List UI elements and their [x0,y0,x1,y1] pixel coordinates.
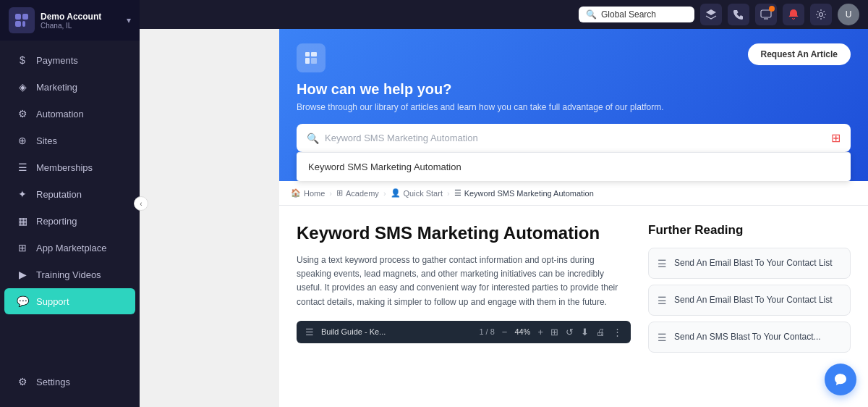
svg-rect-1 [22,14,28,20]
svg-rect-2 [15,21,21,27]
svg-point-5 [820,13,823,17]
doc-toolbar: ☰ Build Guide - Ke... 1 / 8 − 44% + ⊞ ↺ … [297,321,631,343]
doc-zoom-out-button[interactable]: − [502,327,508,337]
account-location: Chana, IL [41,22,127,30]
app-marketplace-icon: ⊞ [16,242,29,253]
search-dropdown[interactable]: Keyword SMS Marketing Automation [297,152,851,181]
sidebar-item-memberships[interactable]: ☰ Memberships [4,154,135,180]
sidebar-logo [9,7,35,33]
breadcrumb-quickstart-label: Quick Start [404,189,443,198]
doc-expand-icon[interactable]: ⊞ [550,327,558,337]
help-search-bar[interactable]: 🔍 Keyword SMS Marketing Automation ⊞ [297,124,851,152]
dollar-icon: $ [16,54,29,66]
global-search-bar[interactable]: 🔍 Global Search [579,7,694,22]
fr-doc-icon-1: ☰ [658,258,667,269]
sidebar-item-app-marketplace[interactable]: ⊞ App Marketplace [4,235,135,261]
sidebar-item-reputation[interactable]: ✦ Reputation [4,181,135,207]
filter-icon: ⊞ [831,131,841,145]
doc-zoom-in-button[interactable]: + [537,327,543,337]
article-area: Keyword SMS Marketing Automation Using a… [279,206,868,407]
fr-item-text-3: Send An SMS Blast To Your Contact... [674,331,821,343]
breadcrumb-sep-3: › [447,189,450,198]
bell-icon-btn[interactable] [783,4,804,25]
automation-icon: ⚙ [16,108,29,119]
svg-rect-4 [761,10,771,17]
breadcrumb-quickstart[interactable]: 👤 Quick Start [391,188,443,198]
svg-rect-7 [305,58,310,64]
help-logo-icon [297,43,326,72]
svg-rect-8 [311,52,317,56]
article-body: Using a text keyword process to gather c… [297,253,631,309]
breadcrumb-home[interactable]: 🏠 Home [291,188,325,198]
doc-page: 1 / 8 [479,327,494,336]
help-search-icon: 🔍 [307,133,319,144]
search-result-text: Keyword SMS Marketing Automation [308,161,461,172]
main-content: Request An Article How can we help you? … [279,29,868,407]
sidebar-item-label: Settings [36,377,70,387]
help-header: Request An Article [297,43,851,72]
further-reading: Further Reading ☰ Send An Email Blast To… [648,223,851,407]
sidebar-item-payments[interactable]: $ Payments [4,47,135,73]
search-icon: 🔍 [586,9,597,20]
phone-icon-btn[interactable] [728,4,749,25]
doc-download-icon[interactable]: ⬇ [581,327,589,337]
reporting-icon: ▦ [16,215,29,227]
avatar[interactable]: U [838,4,859,25]
doc-print-icon[interactable]: 🖨 [596,327,605,337]
article-main: Keyword SMS Marketing Automation Using a… [297,223,631,407]
sidebar-item-label: Payments [36,55,78,66]
request-article-button[interactable]: Request An Article [748,43,851,65]
home-icon: 🏠 [291,188,301,198]
sidebar-item-sites[interactable]: ⊕ Sites [4,127,135,154]
sidebar-item-training-videos[interactable]: ▶ Training Videos [4,261,135,288]
sidebar-item-label: App Marketplace [36,243,107,253]
chat-button[interactable] [825,364,856,395]
sidebar-item-marketing[interactable]: ◈ Marketing [4,74,135,100]
sidebar-item-support[interactable]: 💬 Support [4,288,135,314]
monitor-icon-btn[interactable] [755,4,777,25]
fr-item-1[interactable]: ☰ Send An Email Blast To Your Contact Li… [648,248,851,279]
article-title: Keyword SMS Marketing Automation [297,223,631,243]
fr-doc-icon-3: ☰ [658,332,667,343]
account-chevron-icon[interactable]: ▾ [127,15,131,25]
breadcrumb-sep-2: › [383,189,386,198]
sites-icon: ⊕ [16,135,29,146]
doc-menu-icon[interactable]: ☰ [305,327,314,337]
breadcrumb: 🏠 Home › ⊞ Academy › 👤 Quick Start › ☰ K… [279,181,868,206]
sidebar-header: Demo Account Chana, IL ▾ [0,0,140,41]
breadcrumb-academy[interactable]: ⊞ Academy [336,188,379,198]
support-icon: 💬 [16,295,29,307]
further-reading-title: Further Reading [648,223,851,238]
svg-rect-3 [22,21,25,27]
sidebar-item-label: Reputation [36,189,82,200]
breadcrumb-home-label: Home [304,189,325,198]
doc-rotate-icon[interactable]: ↺ [566,327,574,337]
search-label: Global Search [601,9,656,20]
sidebar-item-label: Sites [36,135,57,146]
doc-more-icon[interactable]: ⋮ [613,327,622,337]
help-search-placeholder: Keyword SMS Marketing Automation [325,133,825,143]
help-panel: Request An Article How can we help you? … [279,29,868,181]
sidebar-item-settings[interactable]: ⚙ Settings [4,369,135,395]
doc-zoom-level: 44% [514,327,530,336]
breadcrumb-sep-1: › [329,189,332,198]
sidebar-item-automation[interactable]: ⚙ Automation [4,101,135,127]
page-icon: ☰ [454,188,461,198]
settings-icon: ⚙ [16,376,29,387]
fr-item-text-1: Send An Email Blast To Your Contact List [674,257,833,269]
help-title: How can we help you? [297,81,851,98]
sidebar-item-reporting[interactable]: ▦ Reporting [4,208,135,234]
account-info[interactable]: Demo Account Chana, IL [41,12,127,30]
sidebar-footer: ⚙ Settings [0,362,140,407]
fr-item-2[interactable]: ☰ Send An Email Blast To Your Contact Li… [648,285,851,316]
fr-doc-icon-2: ☰ [658,295,667,306]
svg-rect-9 [311,58,317,64]
layers-icon-btn[interactable] [700,4,722,25]
svg-rect-6 [305,52,310,56]
notification-badge [769,6,775,12]
help-subtitle: Browse through our library of articles a… [297,102,851,112]
sidebar-item-label: Memberships [36,162,93,173]
gear-icon-btn[interactable] [810,4,832,25]
sidebar-collapse-button[interactable]: ‹ [134,196,148,211]
fr-item-3[interactable]: ☰ Send An SMS Blast To Your Contact... [648,322,851,353]
